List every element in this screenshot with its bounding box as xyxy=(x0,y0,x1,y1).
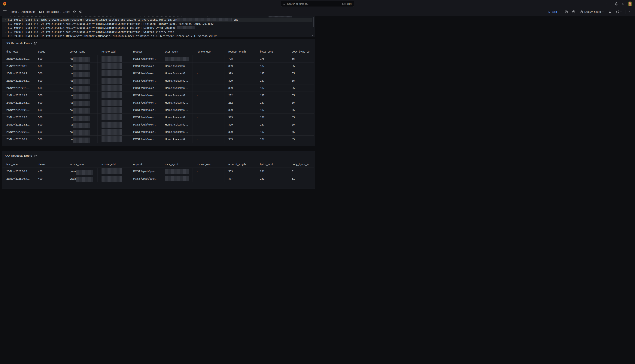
cell-text: - xyxy=(197,108,198,112)
log-row[interactable]: ›[13:59:04] [INF] [44] Jellyfin.Plugin.K… xyxy=(2,26,312,30)
column-header[interactable]: status xyxy=(34,48,66,55)
share-icon[interactable] xyxy=(78,10,82,14)
table-cell: 81 xyxy=(288,168,314,175)
table-cell: 500 xyxy=(34,99,66,106)
external-link-icon[interactable] xyxy=(34,154,37,157)
expand-log-row-icon[interactable]: › xyxy=(5,31,6,33)
expand-log-row-icon[interactable]: › xyxy=(5,18,6,21)
cell-text: 137 xyxy=(260,130,264,134)
column-header[interactable]: remote_user xyxy=(193,48,224,55)
table-cell: 500 xyxy=(34,114,66,121)
table-cell: grafa xyxy=(66,168,98,175)
panel-4xx-requests-errors: 4XX Requests Errors time_localstatusserv… xyxy=(2,151,315,182)
table-cell: ha xyxy=(66,99,98,106)
log-row[interactable]: ›[13:59:12] [INF] [70] Emby.Drawing.Imag… xyxy=(2,18,312,22)
log-row-clipped[interactable]: ›[13:59:00] [INF] [44] Jellyfin.Plugin.T… xyxy=(2,34,312,37)
panel-title[interactable]: 5XX Requests Errors xyxy=(5,42,32,45)
column-header[interactable]: time_local xyxy=(2,161,34,168)
column-header[interactable]: request xyxy=(129,161,161,168)
table-cell: 137 xyxy=(256,77,288,84)
column-header[interactable]: user_agent xyxy=(161,161,193,168)
column-header[interactable]: request xyxy=(129,48,161,55)
table-cell: 500 xyxy=(34,92,66,99)
panel-title[interactable]: 4XX Requests Errors xyxy=(5,154,32,158)
cell-text: ha xyxy=(70,138,73,141)
cell-text: ha xyxy=(70,101,73,104)
table-cell: 503 xyxy=(224,168,256,175)
breadcrumb-current: Errors xyxy=(63,10,70,13)
column-header[interactable]: server_name xyxy=(66,48,98,55)
column-header[interactable]: request_length xyxy=(224,48,256,55)
breadcrumb-home[interactable]: Home xyxy=(10,10,17,13)
cell-text: 500 xyxy=(38,130,42,134)
table-cell: 25/Nov/2023:08:2… xyxy=(2,70,34,77)
table-cell: POST /auth/token … xyxy=(129,121,161,128)
cell-text: 232 xyxy=(228,94,233,97)
table-row: 24/Nov/2023:18:3…500haPOST /auth/token …… xyxy=(2,121,314,128)
table-cell: POST /auth/token … xyxy=(129,92,161,99)
panel-resize-handle[interactable] xyxy=(311,35,312,36)
cell-text: POST /auth/token … xyxy=(133,108,158,112)
table-row: 24/Nov/2023:19:3…500haPOST /auth/token …… xyxy=(2,114,314,121)
breadcrumb-dashboards[interactable]: Dashboards xyxy=(21,10,35,13)
log-message: [13:59:00] [INF] [44] Jellyfin.Plugin.TM… xyxy=(8,34,217,37)
table-cell xyxy=(98,114,129,121)
table-cell: 137 xyxy=(256,121,288,128)
column-header[interactable]: request_length xyxy=(224,161,256,168)
redacted-text xyxy=(268,16,292,18)
column-header[interactable]: body_bytes_se xyxy=(288,48,314,55)
table-cell: POST /auth/token … xyxy=(129,128,161,136)
cell-text: 500 xyxy=(38,108,42,112)
cell-text: 231 xyxy=(260,170,264,173)
redacted-text xyxy=(102,56,122,62)
table-cell: - xyxy=(193,62,224,70)
table-cell: 25/Nov/2023:06:4… xyxy=(2,175,34,182)
table-cell: grafa xyxy=(66,175,98,182)
table-cell xyxy=(98,128,129,136)
table-row: 25/Nov/2023:06:4…400grafaPOST /api/ds/qu… xyxy=(2,175,314,182)
column-header[interactable]: remote_user xyxy=(193,161,224,168)
clipped-log-text xyxy=(8,16,210,17)
column-header[interactable]: user_agent xyxy=(161,48,193,55)
cell-text: - xyxy=(197,57,198,60)
breadcrumb-folder[interactable]: Self Host Blocks xyxy=(39,10,59,13)
cell-text: 25/Nov/2023:03:0… xyxy=(6,57,30,60)
cell-text: 25/Nov/2023:06:5… xyxy=(6,79,30,82)
table-row: 24/Nov/2023:21:5…500haPOST /auth/token …… xyxy=(2,84,314,92)
table-header-row: time_localstatusserver_nameremote_addrre… xyxy=(2,161,314,168)
table-cell: POST /api/ds/quer… xyxy=(129,168,161,175)
cell-text: 55 xyxy=(292,86,295,90)
grafana-logo[interactable] xyxy=(3,2,7,6)
log-row-clipped[interactable] xyxy=(2,16,312,18)
external-link-icon[interactable] xyxy=(34,42,37,45)
menu-icon[interactable] xyxy=(3,10,6,13)
table-row: 25/Nov/2023:06:2…500haPOST /auth/token …… xyxy=(2,136,314,143)
column-header[interactable]: server_name xyxy=(66,161,98,168)
log-row[interactable]: ›[13:59:04] [INF] [44] Jellyfin.Plugin.K… xyxy=(2,22,312,26)
expand-log-row-icon[interactable]: › xyxy=(5,27,6,29)
table-cell: POST /auth/token … xyxy=(129,84,161,92)
column-header[interactable]: bytes_sent xyxy=(256,161,288,168)
cell-text: 500 xyxy=(38,123,42,126)
table-cell: 400 xyxy=(34,175,66,182)
cell-text: 25/Nov/2023:08:2… xyxy=(6,64,30,68)
cell-text: 137 xyxy=(260,116,264,119)
redacted-text xyxy=(102,78,122,84)
cell-text: 399 xyxy=(228,138,233,141)
expand-log-row-icon[interactable]: › xyxy=(5,23,6,25)
column-header[interactable]: time_local xyxy=(2,48,34,55)
log-row[interactable]: ›[13:59:01] [INF] [44] Jellyfin.Plugin.K… xyxy=(2,30,312,34)
table-cell: - xyxy=(193,84,224,92)
expand-log-row-icon[interactable]: › xyxy=(5,35,6,37)
table-cell: 500 xyxy=(34,62,66,70)
column-header[interactable]: remote_addr xyxy=(98,48,129,55)
table-cell: ha xyxy=(66,92,98,99)
column-header[interactable]: bytes_sent xyxy=(256,48,288,55)
search-input[interactable]: Search or jump to... ctrl+k xyxy=(281,1,318,7)
breadcrumb-separator: › xyxy=(59,10,63,13)
star-icon[interactable] xyxy=(73,10,76,14)
column-header[interactable]: body_bytes_se xyxy=(288,161,314,168)
column-header[interactable]: status xyxy=(34,161,66,168)
scrollbar-thumb[interactable] xyxy=(313,17,314,28)
column-header[interactable]: remote_addr xyxy=(98,161,129,168)
